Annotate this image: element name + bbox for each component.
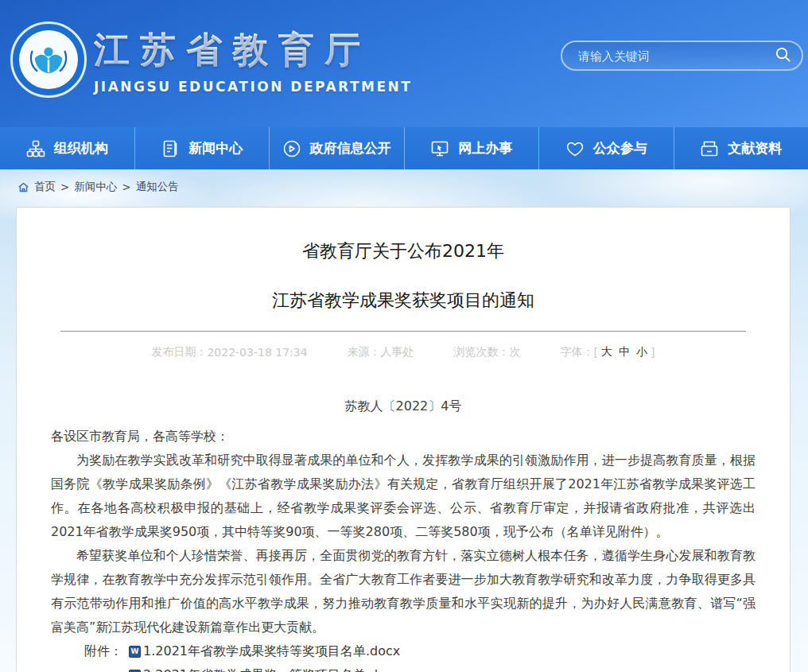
breadcrumb-notices[interactable]: 通知公告	[136, 180, 179, 194]
attachment-link-1[interactable]: W 1.2021年省教学成果奖特等奖项目名单.docx	[129, 639, 400, 663]
info-disclosure-icon	[282, 139, 301, 158]
nav-item-label: 政府信息公开	[310, 139, 391, 157]
site-logo[interactable]	[10, 21, 87, 98]
home-icon	[17, 181, 29, 193]
word-doc-icon: W	[129, 670, 141, 672]
article-panel: 省教育厅关于公布2021年 江苏省教学成果奖获奖项目的通知 发布日期：2022-…	[16, 207, 791, 672]
article-paragraph: 希望获奖单位和个人珍惜荣誉、再接再厉，全面贯彻党的教育方针，落实立德树人根本任务…	[51, 544, 756, 639]
search-icon	[774, 45, 792, 66]
heart-icon	[565, 139, 585, 158]
nav-item-label: 组织机构	[54, 139, 108, 157]
article-title-line2: 江苏省教学成果奖获奖项目的通知	[51, 292, 756, 309]
nav-item-label: 网上办事	[458, 139, 512, 157]
word-doc-icon: W	[129, 646, 141, 658]
font-size-large[interactable]: 大	[598, 345, 616, 359]
nav-item-online-services[interactable]: 网上办事	[405, 127, 540, 169]
publish-date: 发布日期：2022-03-18 17:34	[151, 345, 307, 359]
logo-emblem-icon	[19, 30, 78, 89]
breadcrumb-separator: >	[60, 181, 69, 193]
attachments-label: 附件：	[84, 639, 129, 663]
nav-item-organization[interactable]: 组织机构	[0, 127, 135, 169]
attachment-row: 附件： W 1.2021年省教学成果奖特等奖项目名单.docx	[84, 639, 756, 663]
salutation: 各设区市教育局，各高等学校：	[51, 425, 756, 449]
nav-item-label: 新闻中心	[188, 139, 243, 157]
article-title-line1: 省教育厅关于公布2021年	[51, 243, 756, 260]
site-header: 江苏省教育厅 JIANGSU EDUCATION DEPARTMENT	[0, 0, 808, 127]
breadcrumb: 首页 > 新闻中心 > 通知公告	[17, 180, 179, 194]
search-button[interactable]	[774, 45, 792, 66]
site-title: 江苏省教育厅	[94, 26, 412, 74]
breadcrumb-separator: >	[122, 181, 130, 193]
article-source: 来源：人事处	[348, 345, 414, 359]
article-paragraph: 为奖励在教学实践改革和研究中取得显著成果的单位和个人，发挥教学成果的引领激励作用…	[51, 449, 756, 544]
font-size-medium[interactable]: 中	[616, 345, 633, 359]
site-title-en: JIANGSU EDUCATION DEPARTMENT	[94, 79, 412, 95]
online-service-icon	[430, 139, 449, 158]
breadcrumb-news-center[interactable]: 新闻中心	[74, 180, 117, 194]
news-icon	[161, 139, 180, 158]
nav-item-documents[interactable]: 文献资料	[674, 127, 808, 169]
site-brand: 江苏省教育厅 JIANGSU EDUCATION DEPARTMENT	[94, 26, 412, 95]
font-size-small[interactable]: 小	[633, 345, 651, 359]
nav-item-gov-info-disclosure[interactable]: 政府信息公开	[270, 127, 405, 169]
search-box	[561, 41, 803, 71]
nav-item-label: 文献资料	[728, 139, 782, 157]
view-count: 浏览次数：次	[454, 345, 521, 359]
nav-item-public-participation[interactable]: 公众参与	[539, 127, 674, 169]
article-meta: 发布日期：2022-03-18 17:34 来源：人事处 浏览次数：次 字体：[…	[51, 345, 756, 359]
attachment-row: W 2.2021年省教学成果奖一等奖项目名单.docx	[84, 663, 756, 672]
breadcrumb-home[interactable]: 首页	[34, 180, 56, 194]
org-chart-icon	[26, 139, 45, 158]
document-number: 苏教人〔2022〕4号	[51, 394, 756, 418]
search-input[interactable]	[577, 49, 774, 64]
nav-item-label: 公众参与	[593, 139, 647, 157]
font-size-control: 字体：[大中小]	[561, 345, 655, 359]
nav-item-news-center[interactable]: 新闻中心	[135, 127, 270, 169]
title-divider	[60, 331, 746, 332]
main-nav: 组织机构 新闻中心 政府信息公开 网上办事	[0, 127, 808, 169]
attachment-link-2[interactable]: W 2.2021年省教学成果奖一等奖项目名单.docx	[129, 663, 400, 672]
archive-icon	[700, 139, 719, 158]
